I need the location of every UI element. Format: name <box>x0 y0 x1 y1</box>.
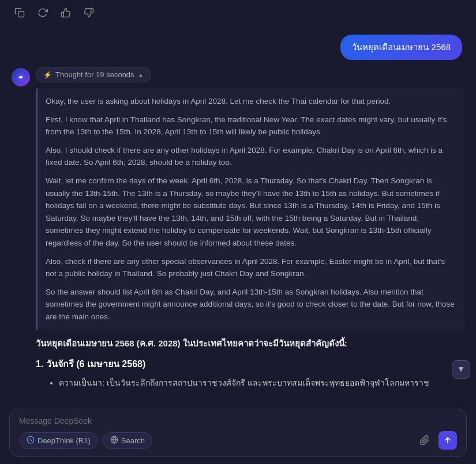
reasoning-p5: Also, check if there are any other speci… <box>46 255 456 280</box>
user-message-bubble: วันหยุดเดือนเมษายน 2568 <box>340 35 462 60</box>
reasoning-p4: Wait, let me confirm the days of the wee… <box>46 175 456 250</box>
thumbdown-icon[interactable] <box>81 5 97 21</box>
search-label: Search <box>121 436 145 445</box>
copy-icon[interactable] <box>12 5 28 21</box>
thought-icon: ⚡ <box>43 71 52 79</box>
thought-bubble[interactable]: ⚡ Thought for 19 seconds ▲ <box>36 67 151 82</box>
refresh-icon[interactable] <box>35 5 51 21</box>
expand-button[interactable]: ▼ <box>452 360 470 379</box>
input-actions-row: DeepThink (R1) Search <box>19 431 457 450</box>
action-icons-bar <box>0 0 476 25</box>
search-button[interactable]: Search <box>103 432 152 449</box>
reasoning-p1: Okay, the user is asking about holidays … <box>46 95 456 108</box>
reasoning-box: Okay, the user is asking about holidays … <box>36 88 464 330</box>
ai-avatar <box>12 68 30 86</box>
input-left-actions: DeepThink (R1) Search <box>19 432 152 449</box>
reasoning-p3: Also, I should check if there are any ot… <box>46 144 456 169</box>
chat-container: วันหยุดเดือนเมษายน 2568 ⚡ Thought for 19… <box>0 25 476 404</box>
user-message-row: วันหยุดเดือนเมษายน 2568 <box>12 35 464 60</box>
deepthink-icon <box>27 436 35 446</box>
deepthink-button[interactable]: DeepThink (R1) <box>19 432 98 449</box>
svg-rect-0 <box>18 12 24 17</box>
thought-chevron-icon: ▲ <box>138 71 144 78</box>
section1-title: 1. วันจักรี (6 เมษายน 2568) <box>36 356 464 372</box>
ai-response-row: ⚡ Thought for 19 seconds ▲ Okay, the use… <box>12 67 464 392</box>
user-message-text: วันหยุดเดือนเมษายน 2568 <box>352 42 451 52</box>
input-area: DeepThink (R1) Search <box>9 409 467 457</box>
reasoning-p2: First, I know that April in Thailand has… <box>46 114 456 138</box>
thought-label: Thought for 19 seconds <box>55 70 134 79</box>
deepthink-label: DeepThink (R1) <box>38 436 91 445</box>
send-button[interactable] <box>438 431 457 450</box>
ai-content: ⚡ Thought for 19 seconds ▲ Okay, the use… <box>36 67 464 392</box>
answer-box: วันหยุดเดือนเมษายน 2568 (ค.ศ. 2028) ในปร… <box>36 336 464 392</box>
answer-section1: 1. วันจักรี (6 เมษายน 2568) ความเป็นมา: … <box>36 356 464 390</box>
globe-icon <box>110 436 118 446</box>
message-input[interactable] <box>19 416 457 425</box>
thumbup-icon[interactable] <box>58 5 74 21</box>
reasoning-p6: So the answer should list April 6th as C… <box>46 286 456 323</box>
input-right-actions <box>415 431 457 450</box>
answer-header: วันหยุดเดือนเมษายน 2568 (ค.ศ. 2028) ในปร… <box>36 336 464 351</box>
attach-button[interactable] <box>415 431 434 450</box>
section1-bullet1: ความเป็นมา: เป็นวันระลึกถึงการสถาปนาราชว… <box>59 376 464 389</box>
